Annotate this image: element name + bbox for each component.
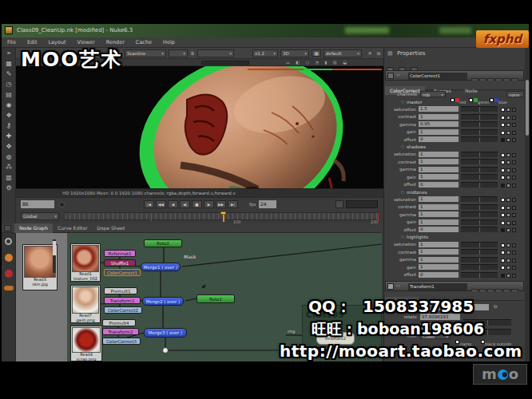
param-value-field[interactable]: 0 [419, 272, 459, 278]
param-value-field[interactable]: 0 [419, 136, 459, 142]
panel-arrows-icon[interactable]: ‹› [396, 282, 400, 288]
param-value-field[interactable]: 1 [419, 129, 459, 135]
param-slider[interactable] [461, 211, 498, 217]
node-colorcorrect2[interactable]: ColorCorrect2 [104, 306, 142, 314]
playback-mode-button[interactable] [335, 200, 343, 208]
render-icon[interactable] [5, 254, 13, 262]
3d-icon[interactable]: ◍ [2, 152, 16, 162]
node-read1[interactable]: Read1 texture_002 [70, 243, 101, 282]
channel-icon[interactable]: ▤ [2, 89, 16, 100]
clock-icon[interactable] [5, 238, 12, 245]
colorcorrect-panel-header[interactable]: ‹› ColorCorrect1 ✎▦↺?▬✕ [385, 70, 524, 81]
node-merge3[interactable]: Merge3 ( over ) [144, 328, 187, 338]
param-slider[interactable] [461, 272, 498, 278]
input-b-select[interactable]: ▾ [197, 49, 234, 57]
link-icon[interactable]: ⧉ [494, 303, 497, 310]
node-transform1[interactable]: Transform1 [104, 297, 141, 304]
stop-button[interactable]: ■ [192, 200, 202, 208]
merge-icon[interactable]: ✚ [2, 131, 16, 141]
sample-field[interactable] [201, 61, 249, 65]
panel-scrollbar[interactable] [53, 239, 56, 273]
param-slider[interactable] [461, 227, 498, 232]
param-slider[interactable] [461, 196, 498, 202]
roi-icon[interactable]: ✕ [366, 49, 374, 57]
step-back-button[interactable]: ◀ [168, 200, 178, 208]
node-read7[interactable]: Read7 gash.png [70, 285, 101, 323]
param-value-field[interactable]: 0 [419, 227, 459, 232]
color-icon[interactable]: ◉ [2, 100, 16, 110]
param-slider[interactable] [461, 121, 498, 127]
other-icon[interactable]: ⚙ [2, 183, 16, 193]
fps-field[interactable]: 24 [259, 200, 276, 208]
viewer-image[interactable] [16, 66, 383, 188]
color-swatch[interactable] [506, 228, 510, 232]
properties-scrollbar-thumb[interactable] [526, 80, 529, 136]
tab-node-graph[interactable]: Node Graph [14, 223, 53, 233]
animation-checkbox[interactable] [501, 228, 505, 232]
node-roto1[interactable]: Roto1 [197, 294, 235, 303]
param-slider[interactable] [461, 167, 498, 172]
param-slider[interactable] [461, 219, 498, 225]
frame-increment-field[interactable] [346, 200, 378, 208]
param-value-field[interactable]: 1 [419, 196, 459, 202]
param-slider[interactable] [461, 204, 498, 210]
param-value-field[interactable]: 1 [419, 152, 459, 157]
param-value-field[interactable]: 1 [419, 114, 459, 120]
param-slider[interactable] [461, 114, 498, 120]
keyer-icon[interactable]: ⚷ [2, 120, 16, 131]
properties-scrollbar[interactable] [525, 48, 530, 361]
node-colorcorrect1-selected[interactable]: ColorCorrect1 [104, 269, 141, 276]
param-value-field[interactable]: 1 [419, 167, 459, 172]
node-color-chip[interactable] [387, 73, 394, 79]
record-icon[interactable] [5, 270, 13, 278]
animation-checkbox[interactable] [501, 184, 505, 188]
menu-cache[interactable]: Cache [130, 38, 157, 48]
color-swatch[interactable] [506, 138, 510, 142]
proxy-icon[interactable]: ⧉ [375, 49, 383, 57]
node-shuffle1[interactable]: Shuffle1 [104, 259, 136, 267]
group-collapse-icon[interactable] [401, 101, 404, 104]
viewer-option-icons[interactable]: ▭ ◧ ○ ◔ ▮ ▨ ⬓ [286, 60, 349, 65]
param-slider[interactable] [461, 159, 498, 164]
node-premult1[interactable]: Premult1 [104, 287, 137, 294]
param-slider[interactable] [461, 106, 498, 112]
param-slider[interactable] [461, 152, 498, 157]
menu-file[interactable]: File [2, 38, 22, 48]
param-slider[interactable] [461, 129, 498, 135]
curve-button[interactable] [512, 228, 516, 232]
group-collapse-icon[interactable] [401, 191, 404, 194]
playhead-flag[interactable] [220, 211, 226, 215]
animation-checkbox[interactable] [501, 274, 505, 278]
title-bar[interactable]: Class09_CleanUp.nk [modified] - Nuke6.3 [2, 24, 529, 38]
node-premult4[interactable]: Premult4 [102, 319, 136, 326]
param-value-field[interactable]: 0 [419, 182, 459, 188]
param-slider[interactable] [461, 136, 498, 142]
param-value-field[interactable]: 1 [419, 159, 459, 164]
param-slider[interactable] [461, 257, 498, 263]
step-forward-button[interactable]: ▶▶ [216, 200, 226, 208]
param-value-field[interactable]: 1 [419, 219, 459, 225]
cursor-icon[interactable]: ➣ [2, 48, 16, 58]
wire-dot[interactable] [163, 348, 169, 354]
toggle-icon[interactable] [4, 286, 14, 290]
param-value-field[interactable]: 1 [419, 264, 459, 270]
lock-range-button[interactable] [59, 202, 65, 207]
node-name-field[interactable]: Transform1 [408, 283, 467, 290]
viewer-channel-select[interactable]: ▾ [169, 49, 188, 57]
input-a-select[interactable]: Scanline▾ [125, 49, 166, 57]
node-name-field[interactable]: ColorCorrect1 [408, 73, 467, 80]
tab-curve-editor[interactable]: Curve Editor [53, 223, 92, 233]
param-value-field[interactable]: 0.95 [419, 121, 459, 127]
param-value-field[interactable]: 1 [419, 211, 459, 217]
play-back-button[interactable]: ◀| [180, 200, 190, 208]
menu-help[interactable]: Help [157, 38, 181, 48]
views-icon[interactable]: ▥ [2, 172, 16, 183]
tab-dope-sheet[interactable]: Dope Sheet [92, 223, 129, 233]
color-swatch[interactable] [506, 274, 510, 278]
param-slider[interactable] [461, 182, 498, 188]
unpremult-select[interactable]: none▾ [506, 91, 524, 97]
draw-icon[interactable]: ✎ [2, 69, 16, 79]
param-slider[interactable] [461, 174, 498, 180]
timeline-ruler[interactable] [64, 212, 379, 220]
color-swatch[interactable] [506, 184, 510, 188]
